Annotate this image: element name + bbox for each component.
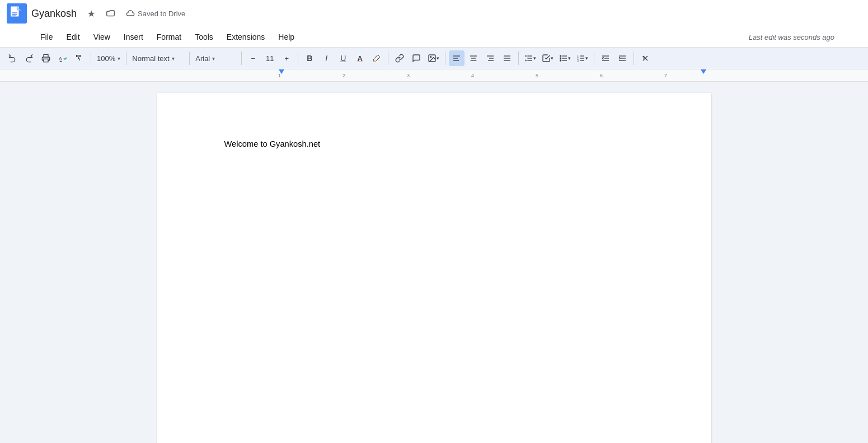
align-center-icon <box>469 54 478 63</box>
underline-button[interactable]: U <box>335 50 351 66</box>
insert-image-button[interactable]: ▾ <box>425 50 442 66</box>
menu-edit[interactable]: Edit <box>60 30 87 44</box>
last-edit-status: Last edit was seconds ago <box>749 33 834 41</box>
move-to-folder-button[interactable] <box>104 6 119 21</box>
justify-icon <box>503 54 512 63</box>
align-left-button[interactable] <box>449 50 465 66</box>
line-spacing-button[interactable]: ▾ <box>522 50 538 66</box>
clear-format-icon: T <box>641 54 650 63</box>
spell-check-button[interactable]: A <box>55 50 71 66</box>
redo-icon <box>25 54 34 63</box>
checklist-button[interactable]: ▾ <box>539 50 556 66</box>
document-title[interactable]: Gyankosh <box>31 8 77 20</box>
bullet-list-arrow: ▾ <box>568 55 571 61</box>
italic-icon: I <box>325 54 327 63</box>
paint-format-button[interactable] <box>72 50 87 66</box>
menu-help[interactable]: Help <box>271 30 301 44</box>
numbered-list-button[interactable]: 1.2.3. ▾ <box>574 50 590 66</box>
zoom-arrow: ▾ <box>118 55 120 62</box>
add-comment-button[interactable] <box>409 50 424 66</box>
font-size-minus-icon: − <box>251 54 255 63</box>
text-style-value: Normal text <box>132 54 169 63</box>
star-button[interactable]: ★ <box>83 6 99 21</box>
toolbar-divider-4 <box>241 52 242 65</box>
increase-indent-button[interactable] <box>614 50 630 66</box>
link-icon <box>395 54 404 63</box>
line-spacing-arrow: ▾ <box>533 55 536 61</box>
insert-link-button[interactable] <box>392 50 407 66</box>
bullet-list-button[interactable]: ▾ <box>557 50 573 66</box>
svg-point-30 <box>560 60 561 61</box>
svg-rect-5 <box>44 59 48 62</box>
menu-format[interactable]: Format <box>150 30 188 44</box>
folder-icon <box>106 8 116 18</box>
image-icon <box>428 54 437 63</box>
font-size-plus-icon: + <box>284 54 289 63</box>
font-size-value[interactable]: 11 <box>261 54 279 63</box>
font-selector[interactable]: Arial ▾ <box>193 50 238 66</box>
svg-text:T: T <box>642 55 645 59</box>
highlight-icon <box>372 54 381 63</box>
toolbar-divider-1 <box>91 52 91 65</box>
bold-button[interactable]: B <box>302 50 317 66</box>
italic-button[interactable]: I <box>318 50 334 66</box>
ruler-mark-4: 4 <box>440 73 505 78</box>
image-arrow: ▾ <box>437 55 439 61</box>
clear-formatting-button[interactable]: T <box>637 50 653 66</box>
font-size-group: − 11 + <box>245 50 294 66</box>
menu-tools[interactable]: Tools <box>188 30 220 44</box>
menu-file[interactable]: File <box>34 30 60 44</box>
ruler-mark-3: 3 <box>376 73 440 78</box>
spellcheck-icon: A <box>58 54 67 63</box>
print-icon <box>41 54 50 63</box>
align-center-button[interactable] <box>466 50 481 66</box>
svg-point-26 <box>560 55 561 57</box>
document-text[interactable]: Welcome to Gyankosh.net <box>224 138 644 150</box>
ruler: 1 2 3 4 5 6 7 <box>0 69 868 82</box>
numbered-list-arrow: ▾ <box>585 55 588 61</box>
toolbar-divider-9 <box>594 52 594 65</box>
align-left-icon <box>452 54 461 63</box>
toolbar-divider-5 <box>298 52 298 65</box>
highlight-button[interactable] <box>369 50 384 66</box>
text-color-icon: A <box>358 54 363 63</box>
align-right-button[interactable] <box>482 50 498 66</box>
font-size-decrease-button[interactable]: − <box>245 50 261 66</box>
document-content[interactable]: Welcome to Gyankosh.net <box>224 138 644 150</box>
toolbar-divider-8 <box>518 52 519 65</box>
svg-rect-4 <box>12 16 16 16</box>
increase-indent-icon <box>618 54 627 63</box>
toolbar: A 100% ▾ Normal text ▾ Arial ▾ − 11 + B … <box>0 47 868 69</box>
toolbar-divider-2 <box>126 52 126 65</box>
menu-insert[interactable]: Insert <box>117 30 150 44</box>
menu-bar: File Edit View Insert Format Tools Exten… <box>0 27 868 47</box>
ruler-mark-6: 6 <box>569 73 634 78</box>
docs-icon <box>7 3 27 24</box>
ruler-mark-7: 7 <box>634 73 698 78</box>
document-area: Welcome to Gyankosh.net <box>0 82 868 443</box>
svg-rect-2 <box>12 12 17 13</box>
text-style-selector[interactable]: Normal text ▾ <box>130 50 186 66</box>
font-arrow: ▾ <box>212 55 215 62</box>
text-color-button[interactable]: A <box>352 50 368 66</box>
zoom-selector[interactable]: 100% ▾ <box>95 50 123 66</box>
checklist-arrow: ▾ <box>551 55 553 61</box>
font-size-increase-button[interactable]: + <box>279 50 294 66</box>
justify-button[interactable] <box>499 50 515 66</box>
checklist-icon <box>542 54 551 63</box>
title-bar: Gyankosh ★ Saved to Drive <box>0 0 868 27</box>
toolbar-divider-10 <box>634 52 634 65</box>
print-button[interactable] <box>38 50 54 66</box>
ruler-right-margin-marker[interactable] <box>701 69 706 74</box>
decrease-indent-button[interactable] <box>598 50 613 66</box>
menu-view[interactable]: View <box>87 30 117 44</box>
star-icon: ★ <box>87 8 95 19</box>
align-right-icon <box>486 54 495 63</box>
undo-icon <box>8 54 17 63</box>
ruler-left-margin-marker[interactable] <box>279 69 284 74</box>
svg-text:A: A <box>59 56 62 61</box>
redo-button[interactable] <box>21 50 37 66</box>
toolbar-divider-6 <box>388 52 388 65</box>
undo-button[interactable] <box>4 50 20 66</box>
menu-extensions[interactable]: Extensions <box>220 30 271 44</box>
